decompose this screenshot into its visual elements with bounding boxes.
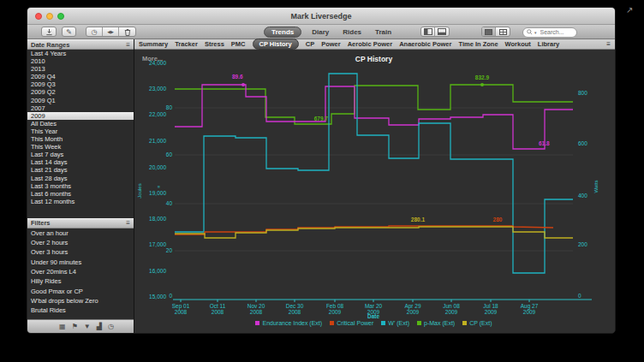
trash-icon	[124, 28, 131, 36]
date-range-item[interactable]: 2009 Q1	[27, 97, 134, 104]
date-range-item[interactable]: 2009 Q4	[27, 73, 134, 80]
joules-tick-label: 19,000	[149, 190, 166, 196]
legend-label: W' (Ext)	[388, 320, 409, 326]
filter-item[interactable]: Over 2 hours	[27, 238, 134, 247]
filter-item[interactable]: Under 90 minutes	[27, 258, 134, 267]
x-tick-label: 2009	[523, 309, 536, 315]
filter-item[interactable]: Good Pmax or CP	[27, 287, 134, 296]
legend-label: Endurance Index (Ext)	[262, 320, 322, 326]
chart-tab-bar: SummaryTrackerStressPMCCP HistoryCPPower…	[134, 39, 615, 50]
date-range-item[interactable]: Last 21 days	[27, 166, 134, 174]
filter-item[interactable]: Hilly Rides	[27, 276, 134, 286]
filter-item[interactable]: Over 3 hours	[27, 247, 134, 257]
view-button-trends[interactable]: Trends	[264, 27, 301, 38]
date-range-item[interactable]: This Week	[27, 143, 134, 151]
x-tick-label: Oct 11	[210, 303, 226, 309]
close-button[interactable]	[35, 13, 42, 20]
date-range-item[interactable]: Last 28 days	[27, 175, 134, 182]
calendar-icon[interactable]: ▦	[59, 323, 66, 330]
view-button-train[interactable]: Train	[372, 28, 395, 36]
chart-icon[interactable]: ▟	[97, 323, 102, 330]
clock-icon[interactable]: ◷	[108, 323, 114, 330]
date-range-item[interactable]: 2009	[27, 112, 134, 120]
single-view-button[interactable]	[482, 27, 496, 36]
date-range-item[interactable]: 2009 Q2	[27, 88, 134, 96]
tab-library[interactable]: Library	[538, 40, 559, 48]
date-range-item[interactable]: This Month	[27, 135, 134, 143]
tab-stress[interactable]: Stress	[205, 40, 224, 48]
index-tick-label: 20	[166, 247, 173, 253]
filter-icon[interactable]: ▼	[84, 323, 91, 330]
view-button-rides[interactable]: Rides	[339, 28, 365, 36]
date-range-item[interactable]: Last 3 months	[27, 182, 134, 190]
stopwatch-icon: ◷	[92, 28, 98, 36]
date-range-item[interactable]: 2009 Q3	[27, 80, 134, 88]
compose-icon: ✎	[66, 28, 72, 36]
x-tick-label: Jun 08	[443, 303, 460, 309]
filter-item[interactable]: W'bal drops below Zero	[27, 296, 134, 306]
bottom-panel-toggle-button[interactable]	[435, 27, 449, 36]
date-range-item[interactable]: Last 6 months	[27, 190, 134, 198]
tab-cp-history[interactable]: CP History	[253, 39, 299, 50]
search-input[interactable]	[539, 28, 573, 36]
layout-style-group	[481, 27, 510, 37]
date-range-item[interactable]: Last 12 months	[27, 198, 134, 205]
tab-summary[interactable]: Summary	[139, 40, 168, 48]
bookmark-icon[interactable]: ⚑	[72, 323, 78, 330]
watts-tick-label: 0	[578, 293, 581, 299]
minimize-button[interactable]	[46, 13, 53, 20]
search-field[interactable]: ▾	[522, 27, 577, 38]
compose-button[interactable]: ✎	[62, 27, 76, 37]
tab-aerobic-power[interactable]: Aerobic Power	[348, 40, 393, 48]
search-icon	[527, 29, 533, 35]
date-range-item[interactable]: 2007	[27, 104, 134, 112]
date-range-item[interactable]: 2010	[27, 57, 134, 65]
search-scope-chevron-icon[interactable]: ▾	[534, 30, 537, 35]
tab-workout[interactable]: Workout	[505, 40, 531, 48]
bottom-panel-toggle-icon	[438, 28, 446, 35]
sidebar-toggle-button[interactable]	[421, 27, 435, 36]
joules-tick-label: 17,000	[149, 241, 166, 247]
tab-anaerobic-power[interactable]: Anaerobic Power	[399, 40, 451, 48]
trash-button[interactable]	[119, 27, 135, 36]
x-tick-label: 2008	[175, 309, 188, 315]
filter-item[interactable]: Over an hour	[27, 228, 134, 238]
tab-bar-menu-icon[interactable]: ≡	[606, 40, 611, 48]
content-area: Date Ranges ≡ Last 4 Years201020132009 Q…	[27, 39, 615, 333]
date-range-item[interactable]: Last 7 days	[27, 151, 134, 158]
value-annotation: 679.7	[314, 116, 329, 122]
grid-view-button[interactable]	[496, 27, 510, 36]
tab-tracker[interactable]: Tracker	[175, 40, 198, 48]
legend-item: Critical Power	[330, 320, 373, 326]
filter-item[interactable]: Brutal Rides	[27, 306, 134, 315]
split-button[interactable]: ◀▶	[103, 27, 119, 36]
watts-tick-label: 600	[578, 140, 587, 146]
x-tick-label: 2009	[329, 309, 342, 315]
download-icon	[45, 28, 53, 36]
filters-menu-icon[interactable]: ≡	[126, 219, 130, 227]
joules-axis-title: Joules	[137, 183, 142, 198]
tabs: SummaryTrackerStressPMCCP HistoryCPPower…	[139, 39, 559, 50]
date-range-item[interactable]: 2013	[27, 65, 134, 73]
stopwatch-button[interactable]: ◷	[86, 27, 103, 36]
index-tick-label: 0	[169, 293, 172, 299]
legend-item: CP (Ext)	[462, 320, 492, 326]
date-ranges-menu-icon[interactable]: ≡	[126, 41, 130, 49]
zoom-button[interactable]	[57, 13, 64, 20]
date-range-item[interactable]: Last 14 days	[27, 158, 134, 166]
tab-time-in-zone[interactable]: Time In Zone	[458, 40, 498, 48]
tab-pmc[interactable]: PMC	[231, 40, 246, 48]
download-button[interactable]	[41, 27, 57, 37]
tab-cp[interactable]: CP	[306, 40, 314, 48]
filter-item[interactable]: Over 20mins L4	[27, 267, 134, 276]
joules-tick-label: 15,000	[149, 294, 166, 300]
view-button-diary[interactable]: Diary	[308, 28, 332, 36]
fullscreen-arrow-icon[interactable]: ↗	[626, 5, 633, 15]
tab-power[interactable]: Power	[321, 40, 341, 48]
date-range-item[interactable]: Last 4 Years	[27, 50, 134, 57]
date-range-item[interactable]: This Year	[27, 128, 134, 135]
data-point-dot	[242, 83, 245, 86]
legend-item: Endurance Index (Ext)	[255, 320, 322, 326]
filters-list: Over an hourOver 2 hoursOver 3 hoursUnde…	[27, 228, 134, 316]
date-range-item[interactable]: All Dates	[27, 120, 134, 128]
